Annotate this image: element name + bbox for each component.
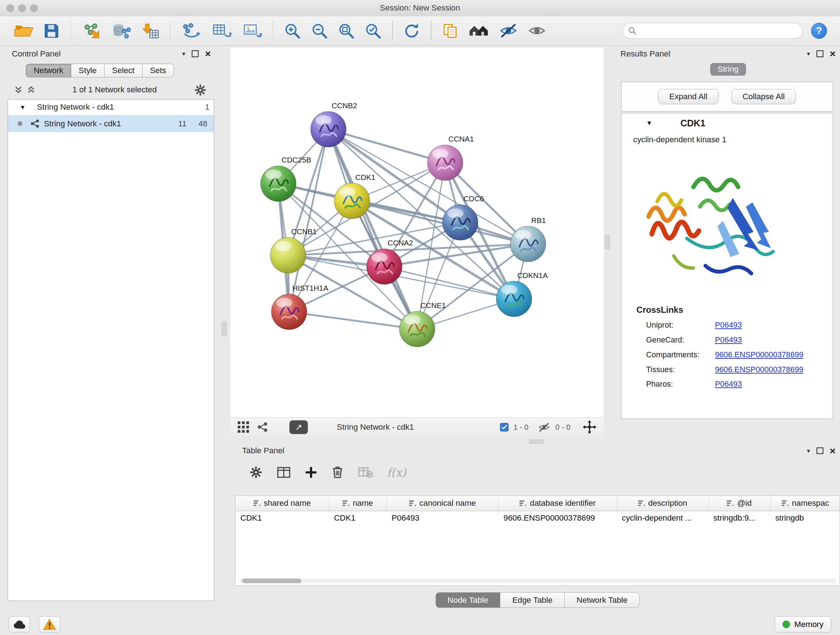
zoom-selected-button[interactable] (363, 19, 382, 43)
tab-select[interactable]: Select (104, 64, 142, 78)
column-header-id[interactable]: @id (709, 496, 771, 511)
pan-crosshair-icon[interactable] (583, 420, 596, 434)
new-network-from-selection-button[interactable] (180, 19, 202, 43)
panel-float-icon[interactable] (816, 448, 823, 454)
zoom-in-button[interactable] (283, 19, 302, 43)
crosslink-link[interactable]: P06493 (715, 379, 742, 389)
status-bar: Memory (0, 614, 840, 635)
grid-view-icon[interactable] (238, 421, 249, 432)
table-settings-gear-icon[interactable] (249, 466, 263, 479)
collapse-all-chevron-icon[interactable] (27, 86, 35, 94)
collapse-all-button[interactable]: Collapse All (731, 89, 796, 104)
memory-button[interactable]: Memory (775, 616, 831, 632)
table-cell[interactable]: 9606.ENSP00000378699 (499, 511, 617, 526)
column-header-namespace[interactable]: namespac (771, 496, 840, 511)
zoom-out-button[interactable] (310, 19, 329, 43)
delete-columns-trash-icon[interactable] (332, 466, 344, 479)
panel-float-icon[interactable] (816, 50, 823, 57)
tab-edge-table[interactable]: Edge Table (500, 592, 565, 608)
crosslink-link[interactable]: 9606.ENSP00000378699 (715, 350, 803, 359)
splitter-handle-right[interactable] (605, 235, 610, 250)
show-columns-icon[interactable] (277, 466, 291, 479)
delete-table-icon[interactable] (358, 466, 373, 478)
panel-close-icon[interactable]: × (830, 448, 836, 454)
network-node-rb1[interactable]: RB1 (510, 216, 546, 262)
hidden-eye-slash-icon[interactable] (538, 423, 551, 432)
expand-all-chevron-icon[interactable] (14, 86, 23, 94)
panel-close-icon[interactable]: × (205, 51, 211, 57)
table-cell[interactable]: CDK1 (329, 511, 387, 526)
table-cell[interactable]: CDK1 (235, 511, 329, 526)
disclosure-triangle-icon[interactable]: ▼ (20, 104, 30, 111)
column-header-shared-name[interactable]: shared name (235, 496, 329, 511)
network-options-gear-icon[interactable] (194, 84, 207, 97)
table-cell[interactable]: P06493 (387, 511, 499, 526)
network-node-ccnb2[interactable]: CCNB2 (310, 101, 357, 147)
entry-disclosure-icon[interactable]: ▼ (646, 119, 653, 127)
help-button[interactable]: ? (811, 23, 827, 39)
panel-collapse-icon[interactable]: ▾ (182, 50, 185, 57)
network-node-hist1h1a[interactable]: HIST1H1A (271, 284, 328, 329)
splitter-handle-bottom[interactable] (529, 440, 544, 444)
network-node-cdc6[interactable]: CDC6 (442, 195, 484, 240)
crosslink-link[interactable]: P06493 (715, 335, 742, 345)
selected-items-checkbox[interactable] (500, 423, 508, 432)
panel-float-icon[interactable] (192, 50, 199, 57)
panel-collapse-icon[interactable]: ▾ (807, 50, 810, 57)
panel-close-icon[interactable]: × (830, 51, 836, 57)
network-node-cdc25b[interactable]: CDC25B (261, 156, 311, 201)
apply-layout-button[interactable] (402, 19, 421, 43)
table-cell[interactable]: stringdb:9... (709, 511, 771, 526)
expand-all-button[interactable]: Expand All (658, 89, 718, 104)
open-documentation-button[interactable] (441, 19, 459, 43)
tab-sets[interactable]: Sets (142, 64, 174, 78)
crosslink-link[interactable]: 9606.ENSP00000378699 (715, 365, 803, 374)
network-row-selected[interactable]: String Network - cdk1 11 48 (8, 115, 214, 133)
hide-selected-button[interactable] (498, 19, 519, 43)
splitter-handle-left[interactable] (222, 321, 227, 336)
open-session-button[interactable] (13, 19, 34, 43)
import-network-from-database-button[interactable] (111, 19, 132, 43)
import-network-from-file-button[interactable] (81, 19, 102, 43)
table-cell[interactable]: cyclin-dependent ... (617, 511, 709, 526)
scrollbar-thumb[interactable] (242, 578, 302, 583)
function-builder-icon[interactable]: f(x) (387, 466, 406, 479)
network-collection-row[interactable]: ▼ String Network - cdk1 1 (8, 100, 214, 115)
network-edge[interactable] (289, 312, 417, 329)
horizontal-scrollbar (239, 578, 836, 583)
warnings-button[interactable] (39, 616, 60, 632)
column-header-canonical-name[interactable]: canonical name (387, 496, 499, 511)
table-cell[interactable]: stringdb (771, 511, 840, 526)
zoom-fit-button[interactable] (337, 19, 355, 43)
network-node-ccnb1[interactable]: CCNB1 (270, 227, 317, 273)
network-node-ccna1[interactable]: CCNA1 (427, 135, 474, 180)
column-header-description[interactable]: description (617, 496, 709, 511)
network-view: CCNB2CCNA1CDC25BCDK1CDC6RB1CCNB1CCNA2CDK… (231, 48, 604, 437)
home-button[interactable] (467, 19, 490, 43)
crosslink-label: GeneCard: (646, 335, 715, 345)
tab-node-table[interactable]: Node Table (436, 592, 501, 608)
birdseye-view-icon[interactable] (257, 421, 268, 432)
tab-network[interactable]: Network (26, 64, 71, 78)
tab-network-table[interactable]: Network Table (565, 592, 639, 608)
network-canvas[interactable]: CCNB2CCNA1CDC25BCDK1CDC6RB1CCNB1CCNA2CDK… (231, 48, 604, 417)
crosslink-link[interactable]: P06493 (715, 320, 742, 330)
new-table-button[interactable] (211, 19, 233, 43)
detach-view-button[interactable]: ↗ (289, 420, 308, 434)
column-header-name[interactable]: name (329, 496, 387, 511)
panel-collapse-icon[interactable]: ▾ (807, 448, 810, 454)
tab-string[interactable]: String (710, 63, 746, 76)
import-table-from-file-button[interactable] (140, 19, 161, 43)
column-header-database-identifier[interactable]: database identifier (499, 496, 617, 511)
create-column-plus-icon[interactable] (305, 466, 317, 479)
entry-header[interactable]: ▼ CDK1 (622, 113, 833, 133)
table-row[interactable]: CDK1 CDK1 P06493 9606.ENSP00000378699 cy… (235, 511, 840, 526)
export-image-button[interactable] (242, 19, 263, 43)
show-all-button[interactable] (527, 19, 547, 43)
save-session-button[interactable] (42, 19, 61, 43)
crosslink-row: Compartments: 9606.ENSP00000378699 (646, 350, 833, 359)
tab-style[interactable]: Style (71, 64, 104, 78)
search-input[interactable] (640, 24, 803, 38)
node-label: HIST1H1A (292, 284, 328, 292)
cloud-sync-button[interactable] (9, 616, 30, 632)
